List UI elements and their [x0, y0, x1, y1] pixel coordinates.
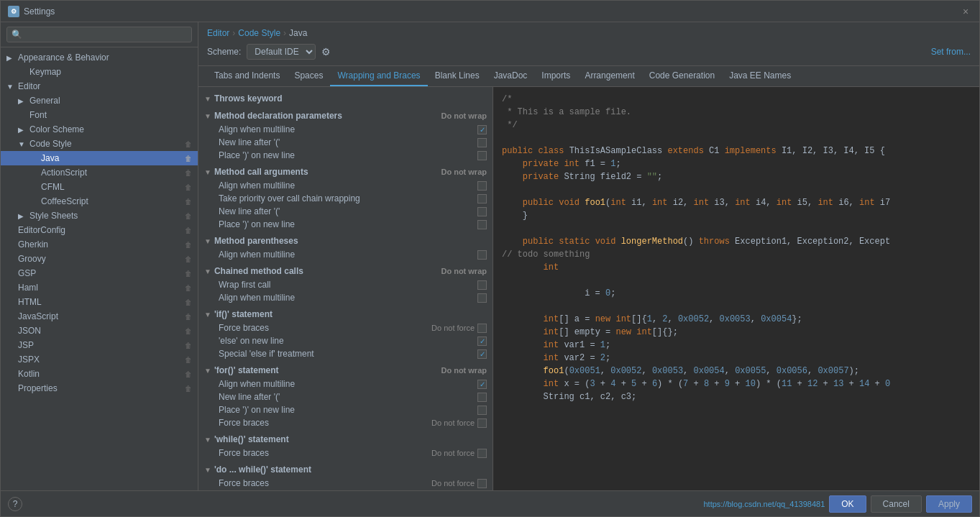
group-header-if[interactable]: ▼ 'if()' statement	[198, 307, 493, 321]
sidebar-item-html[interactable]: HTML 🗑	[1, 295, 198, 309]
setting-align-multiline-chained: Align when multiline	[198, 291, 493, 304]
breadcrumb-code-style[interactable]: Code Style	[238, 28, 280, 38]
group-header-method-parens[interactable]: ▼ Method parentheses	[198, 234, 493, 248]
setting-place-rparen-call: Place ')' on new line	[198, 218, 493, 231]
group-label: Method parentheses	[214, 236, 298, 246]
tab-tabs-indents[interactable]: Tabs and Indents	[207, 66, 287, 86]
sidebar-item-actionscript[interactable]: ActionScript 🗑	[1, 165, 198, 180]
apply-button[interactable]: Apply	[926, 495, 972, 513]
sidebar-item-properties[interactable]: Properties 🗑	[1, 381, 198, 395]
checkbox-newline-after-paren-call[interactable]	[477, 207, 487, 216]
delete-icon: 🗑	[185, 241, 192, 249]
breadcrumb-editor[interactable]: Editor	[207, 28, 229, 38]
sidebar-item-java[interactable]: Java 🗑	[1, 151, 198, 165]
group-value: Do not wrap	[441, 111, 487, 120]
scheme-row: Scheme: Default IDE ⚙ Set from...	[207, 44, 971, 60]
tab-arrangement[interactable]: Arrangement	[577, 66, 641, 86]
checkbox-force-braces-if[interactable]	[477, 324, 487, 333]
sidebar-item-kotlin[interactable]: Kotlin 🗑	[1, 367, 198, 381]
checkbox-priority-chain[interactable]	[477, 194, 487, 203]
sidebar-item-javascript[interactable]: JavaScript 🗑	[1, 309, 198, 324]
sidebar-item-label: Code Style	[29, 139, 72, 149]
group-header-for[interactable]: ▼ 'for()' statement Do not wrap	[198, 363, 493, 378]
setting-force-braces-dowhile: Force braces Do not force	[198, 477, 493, 490]
delete-icon: 🗑	[185, 140, 192, 148]
checkbox-wrap-first-call[interactable]	[477, 280, 487, 290]
item-label: Wrap first call	[219, 280, 477, 290]
scheme-select[interactable]: Default IDE	[247, 44, 316, 60]
group-for-stmt: ▼ 'for()' statement Do not wrap Align wh…	[198, 362, 493, 431]
checkbox-align-multiline-for[interactable]	[477, 380, 487, 389]
sidebar-item-font[interactable]: Font	[1, 108, 198, 122]
code-line	[502, 300, 971, 313]
close-button[interactable]: ×	[959, 5, 972, 18]
sidebar-item-jspx[interactable]: JSPX 🗑	[1, 352, 198, 367]
checkbox-special-else-if[interactable]	[477, 349, 487, 359]
sidebar-item-json[interactable]: JSON 🗑	[1, 324, 198, 338]
help-button[interactable]: ?	[8, 497, 22, 511]
checkbox-align-multiline-call[interactable]	[477, 181, 487, 191]
sidebar-item-keymap[interactable]: Keymap	[1, 65, 198, 79]
blog-link[interactable]: https://blog.csdn.net/qq_41398481	[703, 500, 825, 508]
group-dowhile-stmt: ▼ 'do ... while()' statement Force brace…	[198, 461, 493, 490]
sidebar-item-label: CoffeeScript	[41, 196, 88, 206]
tab-wrapping-braces[interactable]: Wrapping and Braces	[330, 66, 427, 86]
item-label: Force braces	[219, 323, 431, 333]
sidebar-item-label: Style Sheets	[29, 211, 78, 221]
checkbox-newline-after-paren-for[interactable]	[477, 393, 487, 402]
code-line: int var2 = 2;	[502, 352, 971, 365]
code-line: }	[502, 209, 971, 222]
sidebar-item-gsp[interactable]: GSP 🗑	[1, 266, 198, 280]
sidebar-item-general[interactable]: ▶ General	[1, 93, 198, 108]
tab-spaces[interactable]: Spaces	[287, 66, 330, 86]
group-header-method-decl[interactable]: ▼ Method declaration parameters Do not w…	[198, 109, 493, 123]
tab-imports[interactable]: Imports	[534, 66, 577, 86]
checkbox-align-multiline-chained[interactable]	[477, 293, 487, 303]
checkbox-force-braces-while[interactable]	[477, 449, 487, 458]
group-header-chained[interactable]: ▼ Chained method calls Do not wrap	[198, 264, 493, 278]
tab-java-ee-names[interactable]: Java EE Names	[722, 66, 798, 86]
tab-javadoc[interactable]: JavaDoc	[487, 66, 535, 86]
delete-icon: 🗑	[185, 155, 192, 163]
delete-icon: 🗑	[185, 183, 192, 191]
group-header-throws[interactable]: ▼ Throws keyword	[198, 91, 493, 106]
delete-icon: 🗑	[185, 342, 192, 349]
group-header-method-call[interactable]: ▼ Method call arguments Do not wrap	[198, 165, 493, 179]
checkbox-place-rparen-decl[interactable]	[477, 151, 487, 160]
breadcrumb-java: Java	[289, 28, 307, 38]
search-input[interactable]	[6, 27, 192, 42]
group-header-dowhile[interactable]: ▼ 'do ... while()' statement	[198, 462, 493, 477]
sidebar-item-color-scheme[interactable]: ▶ Color Scheme	[1, 122, 198, 137]
checkbox-place-rparen-call[interactable]	[477, 220, 487, 229]
tab-code-generation[interactable]: Code Generation	[642, 66, 722, 86]
set-from-link[interactable]: Set from...	[931, 47, 971, 57]
delete-icon: 🗑	[185, 370, 192, 378]
checkbox-else-newline[interactable]	[477, 337, 487, 346]
checkbox-align-multiline-parens[interactable]	[477, 250, 487, 260]
checkbox-force-braces-dowhile[interactable]	[477, 479, 487, 488]
sidebar-item-label: Groovy	[18, 254, 46, 264]
sidebar-item-haml[interactable]: Haml 🗑	[1, 280, 198, 295]
cancel-button[interactable]: Cancel	[871, 495, 922, 513]
checkbox-force-braces-for[interactable]	[477, 418, 487, 428]
group-value: Do not wrap	[441, 168, 487, 176]
sidebar-item-appearance[interactable]: ▶ Appearance & Behavior	[1, 50, 198, 65]
sidebar-item-jsp[interactable]: JSP 🗑	[1, 338, 198, 352]
code-line: public void foo1(int i1, int i2, int i3,…	[502, 196, 971, 209]
checkbox-align-multiline-decl[interactable]	[477, 125, 487, 134]
sidebar-item-editor[interactable]: ▼ Editor	[1, 79, 198, 93]
gear-button[interactable]: ⚙	[321, 46, 331, 58]
checkbox-place-rparen-for[interactable]	[477, 406, 487, 415]
sidebar-item-cfml[interactable]: CFML 🗑	[1, 180, 198, 194]
sidebar-item-editorconfig[interactable]: EditorConfig 🗑	[1, 223, 198, 237]
sidebar-item-groovy[interactable]: Groovy 🗑	[1, 252, 198, 266]
group-header-while[interactable]: ▼ 'while()' statement	[198, 432, 493, 447]
tab-blank-lines[interactable]: Blank Lines	[428, 66, 487, 86]
checkbox-newline-after-paren-decl[interactable]	[477, 138, 487, 147]
sidebar-item-gherkin[interactable]: Gherkin 🗑	[1, 237, 198, 252]
sidebar-item-style-sheets[interactable]: ▶ Style Sheets 🗑	[1, 209, 198, 223]
setting-priority-chain: Take priority over call chain wrapping	[198, 192, 493, 205]
sidebar-item-code-style[interactable]: ▼ Code Style 🗑	[1, 137, 198, 151]
ok-button[interactable]: OK	[829, 495, 866, 513]
sidebar-item-coffeescript[interactable]: CoffeeScript 🗑	[1, 194, 198, 209]
